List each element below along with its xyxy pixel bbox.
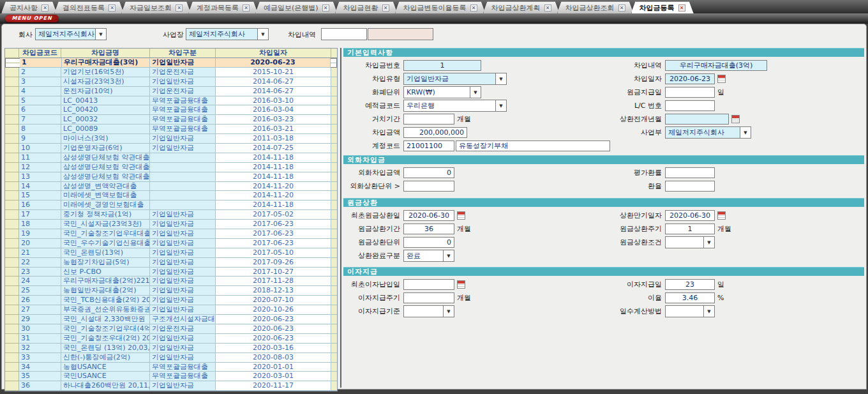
loan-name-cell[interactable]: 시설자금(23억3천) <box>61 77 150 87</box>
account-code-input[interactable]: 21001100 <box>403 140 454 151</box>
loan-name-cell[interactable]: 농협USANCE <box>61 363 150 372</box>
loan-date-cell[interactable]: 2011-03-18 <box>216 134 331 144</box>
interest-cycle-input[interactable] <box>403 292 454 303</box>
table-row[interactable]: 26국민_TCB신용대출(2억) 20.7.10기업일반자금2020-07-10 <box>5 296 337 305</box>
tab-8[interactable]: 차입금상환조회✕ <box>557 1 634 13</box>
header-loan-code[interactable]: 차입금코드 <box>19 49 61 58</box>
loan-code-cell[interactable]: 34 <box>19 363 61 372</box>
loan-name-cell[interactable]: 삼성생명단체보험 약관대출(3) <box>61 172 150 182</box>
table-row[interactable]: 10기업운영자금(6억)기업일반자금2014-07-25 <box>5 144 337 153</box>
table-row[interactable]: 27부국증권_선순위유동화증권기업일반자금2020-10-26 <box>5 305 337 315</box>
lc-no-input[interactable] <box>665 100 715 111</box>
loan-date-cell[interactable]: 2020-01-01 <box>216 363 331 372</box>
table-row[interactable]: 11삼성생명단체보험 약관대출(1)2014-11-18 <box>5 153 337 163</box>
loan-division-cell[interactable]: 기업일반자금 <box>150 58 216 68</box>
tab-3[interactable]: 계정과목등록✕ <box>188 1 258 13</box>
fx-eval-rate-input[interactable] <box>665 167 715 178</box>
loan-name-cell[interactable]: 마이너스(3억) <box>61 134 150 144</box>
tab-close-icon[interactable]: ✕ <box>678 4 685 11</box>
loan-name-cell[interactable]: 국민_기술창조우대(2억) 20,6,23 <box>61 334 150 344</box>
loan-date-cell[interactable]: 2017-06-23 <box>216 229 331 239</box>
loan-name-cell[interactable]: 신한(-)통장예금(2억) <box>61 353 150 363</box>
header-loan-date[interactable]: 차입일자 <box>216 49 331 58</box>
loan-date-cell[interactable]: 2014-11-20 <box>216 191 331 201</box>
loan-code-cell[interactable]: 8 <box>19 125 61 134</box>
loan-code-cell[interactable]: 11 <box>19 153 61 163</box>
loan-division-cell[interactable]: 기업일반자금 <box>150 239 216 248</box>
loan-name-cell[interactable]: 국민_우수기술기업신용대출(4억) <box>61 239 150 248</box>
loan-division-cell[interactable]: 무역포괄금융대출 <box>150 372 216 381</box>
tab-2[interactable]: 자금일보조회✕ <box>121 1 191 13</box>
loan-date-cell[interactable]: 2017-10-27 <box>216 268 331 277</box>
loan-desc-input[interactable]: 우리구매자금대출(3억) <box>665 60 767 71</box>
loan-code-cell[interactable]: 5 <box>19 96 61 106</box>
loan-division-cell[interactable]: 기업일반자금 <box>150 268 216 277</box>
loan-date-cell[interactable]: 2017-05-10 <box>216 248 331 258</box>
loan-name-cell[interactable]: 국민_시설자금(23억3천) <box>61 220 150 229</box>
rollover-ym-input[interactable] <box>665 114 729 125</box>
first-repay-date-input[interactable]: 2020-06-30 <box>403 210 454 221</box>
chevron-down-icon[interactable]: ▼ <box>443 250 454 261</box>
loan-name-cell[interactable]: 국민_기술창조기업우대대출(6억) <box>61 229 150 239</box>
loan-name-cell[interactable]: 운전자금(10억) <box>61 87 150 96</box>
loan-name-cell[interactable]: 국민_온랜딩(13억) <box>61 248 150 258</box>
table-row[interactable]: 13삼성생명단체보험 약관대출(3)2014-11-18 <box>5 172 337 182</box>
chevron-down-icon[interactable]: ▼ <box>470 87 481 98</box>
loan-division-cell[interactable]: 기업일반자금 <box>150 229 216 239</box>
table-row[interactable]: 33신한(-)통장예금(2억)기업일반자금2020-08-03 <box>5 353 337 363</box>
loan-date-cell[interactable]: 2014-06-27 <box>216 87 331 96</box>
loan-name-cell[interactable]: 중기청 정책자금(1억) <box>61 210 150 220</box>
loan-name-cell[interactable]: 우리구매자금대출(2억)221205 <box>61 277 150 286</box>
loan-date-cell[interactable]: 2020-06-23 <box>216 334 331 344</box>
loan-code-cell[interactable]: 6 <box>19 105 61 115</box>
repay-unit-input[interactable]: 0 <box>403 237 454 248</box>
loan-date-cell[interactable]: 2020-08-03 <box>216 353 331 363</box>
tab-close-icon[interactable]: ✕ <box>176 4 183 11</box>
table-row[interactable]: 20국민_우수기술기업신용대출(4억)기업일반자금2017-06-23 <box>5 239 337 248</box>
account-name-input[interactable]: 유동성장기부채 <box>456 140 610 151</box>
menu-open-button[interactable]: MENU OPEN <box>5 15 59 22</box>
loan-name-cell[interactable]: 국민_온랜딩 (13억) 20,03,16 <box>61 344 150 353</box>
loan-name-cell[interactable]: 미래에셋_변액보험대출 <box>61 191 150 201</box>
interest-pay-day-input[interactable]: 23 <box>665 279 715 290</box>
loan-code-cell[interactable]: 36 <box>19 381 61 391</box>
tab-close-icon[interactable]: ✕ <box>108 4 116 11</box>
tab-6[interactable]: 차입금변동이율등록✕ <box>395 1 486 13</box>
loan-type-select[interactable]: 기업일반자금 ▼ <box>403 73 507 85</box>
loan-code-cell[interactable]: 20 <box>19 239 61 248</box>
table-row[interactable]: 9마이너스(3억)기업일반자금2011-03-18 <box>5 134 337 144</box>
loan-division-cell[interactable]: 기업운전자금 <box>150 324 216 334</box>
table-row[interactable]: 35국민USANCE무역포괄금융대출2020-03-01 <box>5 372 337 381</box>
panel-splitter[interactable] <box>340 48 341 388</box>
loan-name-cell[interactable]: LC_00413 <box>61 96 150 106</box>
table-row[interactable]: 14삼성생명_변액약관대출2014-11-20 <box>5 182 337 192</box>
loan-date-cell[interactable]: 2016-03-23 <box>216 115 331 125</box>
grace-period-input[interactable] <box>403 114 454 125</box>
interest-basis-select[interactable]: ▼ <box>403 305 454 317</box>
loan-division-cell[interactable]: 기업일반자금 <box>150 220 216 229</box>
loan-code-cell[interactable]: 25 <box>19 286 61 296</box>
loan-code-cell[interactable]: 26 <box>19 296 61 305</box>
loan-division-cell[interactable] <box>150 172 216 182</box>
fx-rate-input[interactable] <box>665 181 715 192</box>
loan-division-cell[interactable]: 기업일반자금 <box>150 334 216 344</box>
loan-code-cell[interactable]: 1 <box>20 58 62 68</box>
loan-division-cell[interactable]: 기업일반자금 <box>150 296 216 305</box>
loan-amount-input[interactable]: 200,000,000 <box>403 127 467 138</box>
loan-date-cell[interactable]: 2015-10-21 <box>216 68 331 77</box>
loan-code-cell[interactable]: 2 <box>19 68 61 77</box>
chevron-down-icon[interactable]: ▼ <box>495 100 506 111</box>
header-loan-division[interactable]: 차입구분 <box>150 49 216 58</box>
loan-code-cell[interactable]: 17 <box>19 210 61 220</box>
table-row[interactable]: 22농협장기차입금(5억)기업일반자금2017-09-26 <box>5 258 337 268</box>
loan-date-cell[interactable]: 2014-11-18 <box>216 172 331 182</box>
loan-code-cell[interactable]: 23 <box>19 268 61 277</box>
loan-code-cell[interactable]: 32 <box>19 344 61 353</box>
chevron-down-icon[interactable]: ▼ <box>257 29 268 40</box>
loan-date-cell[interactable]: 2020-10-26 <box>216 305 331 315</box>
loan-code-cell[interactable]: 15 <box>19 191 61 201</box>
table-row[interactable]: 17중기청 정책자금(1억)기업일반자금2017-05-02 <box>5 210 337 220</box>
loan-code-cell[interactable]: 21 <box>19 248 61 258</box>
table-row[interactable]: 23신보 P-CBO기업일반자금2017-10-27 <box>5 268 337 277</box>
tab-close-icon[interactable]: ✕ <box>618 4 625 11</box>
